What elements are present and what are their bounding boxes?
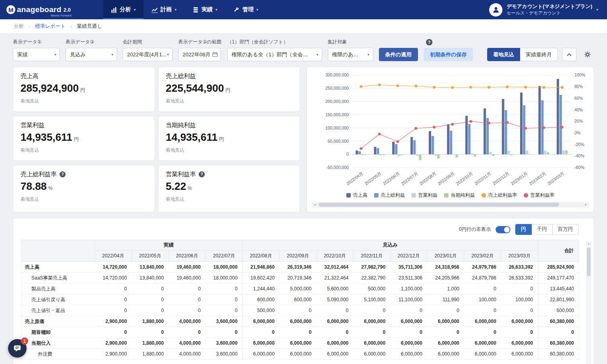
scrollbar-thumb[interactable]	[319, 203, 559, 207]
bar-chart-icon	[111, 7, 117, 13]
chevron-down-icon: ▾	[317, 52, 319, 57]
table-cell: 0	[390, 327, 427, 338]
table-cell: 0	[95, 294, 132, 305]
app-logo[interactable]: Manageboard2.0 Moves Forward	[0, 0, 79, 19]
unit-million-yen[interactable]: 百万円	[553, 224, 579, 235]
row-total: 60,380,000	[538, 338, 579, 349]
mode-actual-last-month[interactable]: 実績最終月	[520, 48, 558, 61]
account-menu[interactable]: デモアカウント(マネジメントプラン) セールス・デモアカウント ▾	[480, 0, 607, 19]
kpi-unit: 円	[80, 87, 85, 93]
table-row: 当期仕入2,900,0001,880,0004,000,0003,600,000…	[22, 338, 579, 349]
legend-swatch	[524, 193, 528, 197]
table-cell: 5,600,000	[316, 284, 353, 294]
table-cell: 500,000	[353, 284, 390, 294]
table-cell: 4,000,000	[169, 316, 206, 327]
table-cell: 1,244,440	[243, 284, 280, 294]
row-label[interactable]: 外注費	[22, 349, 95, 360]
row-label[interactable]: 期首棚卸	[22, 327, 95, 338]
nav-item-plan[interactable]: 計画 ▾	[144, 0, 185, 19]
chart-legend: 売上高売上総利益営業利益当期純利益売上総利益率営業利益率	[312, 192, 589, 199]
table-cell: 35,711,306	[390, 262, 427, 273]
legend-item[interactable]: 営業利益率	[524, 192, 555, 199]
row-label[interactable]: 売上値引・返品	[22, 305, 95, 316]
table-cell: 0	[95, 284, 132, 294]
table-cell: 21,946,860	[243, 262, 280, 273]
legend-item[interactable]: 当期純利益	[444, 192, 475, 199]
breadcrumb-analysis[interactable]: 分析	[14, 23, 24, 30]
help-icon[interactable]: ?	[60, 171, 66, 177]
kpi-number: 78.88	[21, 180, 47, 192]
table-cell: 0	[464, 305, 501, 316]
row-label[interactable]: SaaS事業売上高	[22, 273, 95, 284]
logo-text: anageboard	[17, 5, 62, 14]
table-vertical-scrollbar[interactable]: ▴	[586, 241, 591, 364]
financial-table: 実績見込み合計2022/04月2022/05月2022/06月2022/07月2…	[21, 240, 579, 360]
legend-item[interactable]: 営業利益	[412, 192, 438, 199]
svg-text:2023/02月: 2023/02月	[529, 171, 547, 186]
row-total: 500,000	[538, 305, 579, 316]
hide-zero-rows-toggle[interactable]	[496, 226, 510, 233]
unit-yen[interactable]: 円	[515, 224, 532, 235]
table-row: 売上値引・返品0000500,0000000000500,000	[22, 305, 579, 316]
row-label[interactable]: 売上原価	[22, 316, 95, 327]
apply-conditions-button[interactable]: 条件の適用	[379, 48, 418, 61]
display-data-1-select[interactable]: 実績 ▾	[13, 48, 60, 61]
table-cell: 6,000,000	[464, 338, 501, 349]
table-row: 売上高14,720,00013,840,00019,460,00018,000,…	[22, 262, 579, 273]
save-initial-conditions-button[interactable]: 初期条件の保存	[424, 48, 473, 61]
breadcrumb-separator-icon: ›	[29, 24, 30, 29]
breadcrumb-standard-report[interactable]: 標準レポート	[35, 23, 66, 30]
row-label[interactable]: 売上高	[22, 262, 95, 273]
scrollbar-track[interactable]	[318, 202, 583, 208]
chat-launcher-button[interactable]: 1	[8, 339, 27, 358]
svg-text:20%: 20%	[574, 119, 583, 123]
scrollbar-thumb[interactable]	[587, 247, 591, 276]
kpi-value: 285,924,900円	[21, 82, 147, 95]
nav-item-analysis[interactable]: 分析 ▾	[103, 0, 144, 19]
row-label[interactable]: 製品売上高	[22, 284, 95, 294]
nav-item-admin[interactable]: 管理 ▾	[225, 0, 266, 19]
toggle-knob	[504, 227, 510, 232]
settings-button[interactable]	[580, 48, 594, 61]
scroll-left-icon[interactable]: ◂	[312, 202, 318, 208]
unit-thousand-yen[interactable]: 千円	[532, 224, 553, 235]
table-cell: 6,000,000	[243, 349, 280, 360]
chart-horizontal-scrollbar[interactable]: ◂ ▸	[312, 202, 589, 208]
data-2-range-date-input[interactable]: 2022年08月	[178, 48, 221, 61]
table-cell: 2,900,000	[95, 316, 132, 327]
nav-item-results[interactable]: 実績 ▾	[185, 0, 226, 19]
table-cell: 4,000,000	[169, 338, 206, 349]
filter-label: 表示データ①	[13, 39, 60, 45]
table-cell: 0	[132, 284, 169, 294]
forecast-mode-toggle: 着地見込 実績最終月	[487, 48, 558, 61]
help-icon[interactable]: ?	[199, 171, 205, 177]
table-cell: 6,000,000	[390, 338, 427, 349]
row-total: 0	[538, 327, 579, 338]
chevron-down-icon: ▾	[111, 52, 113, 57]
help-icon[interactable]: ?	[426, 39, 432, 45]
nav-label: 分析	[120, 6, 131, 13]
row-label[interactable]: 売上値引戻り高	[22, 294, 95, 305]
month-header: 2023/01月	[427, 251, 464, 262]
kpi-value: 5.22%	[166, 180, 292, 193]
fiscal-period-select[interactable]: 2022年度(4月1... ▾	[123, 48, 173, 61]
scroll-up-icon[interactable]: ▴	[586, 241, 591, 246]
legend-item[interactable]: 売上高	[346, 192, 368, 199]
wrench-icon	[233, 7, 239, 13]
svg-text:2022/04月: 2022/04月	[346, 171, 364, 186]
kpi-value: 14,935,611円	[21, 131, 147, 144]
avatar	[489, 3, 502, 16]
legend-item[interactable]: 売上総利益	[374, 192, 405, 199]
svg-text:2022/11月: 2022/11月	[474, 171, 492, 186]
table-cell: 6,000,000	[501, 338, 538, 349]
collapse-filters-button[interactable]	[562, 48, 576, 61]
top-navbar: Manageboard2.0 Moves Forward 分析 ▾ 計画 ▾ 実…	[0, 0, 607, 19]
unread-badge: 1	[21, 337, 28, 345]
department-select[interactable]: 権限のある全（1）部門（全会計ソフト） ▾	[227, 48, 322, 61]
legend-item[interactable]: 売上総利益率	[481, 192, 517, 199]
display-data-2-select[interactable]: 見込み ▾	[66, 48, 117, 61]
scroll-right-icon[interactable]: ▸	[583, 202, 589, 208]
row-label[interactable]: 当期仕入	[22, 338, 95, 349]
mode-landing-forecast[interactable]: 着地見込	[487, 48, 520, 61]
aggregation-target-select[interactable]: 権限のある全タグ ▾	[328, 48, 373, 61]
